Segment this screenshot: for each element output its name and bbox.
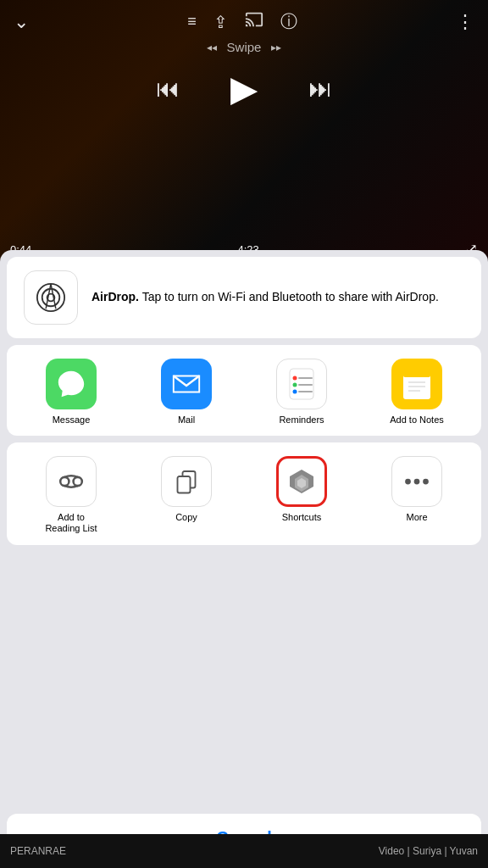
app-item-reminders[interactable]: Reminders [244,359,359,426]
action-shortcuts[interactable]: Shortcuts [244,456,359,523]
action-more[interactable]: More [359,456,474,523]
channel-meta: Video | Suriya | Yuvan [379,845,478,857]
mail-label: Mail [178,415,195,426]
svg-point-8 [293,390,297,394]
swipe-indicator: ◂◂ Swipe ▸▸ [0,40,488,54]
svg-rect-20 [178,476,191,493]
cast-icon[interactable] [245,10,263,33]
svg-point-6 [293,376,297,381]
airdrop-row[interactable]: AirDrop. Tap to turn on Wi-Fi and Blueto… [7,257,481,338]
copy-label: Copy [175,512,197,523]
apps-row: Message Mail [7,345,481,436]
reading-list-label: Add toReading List [45,512,97,534]
channel-name: PERANRAE [10,845,66,857]
play-icon[interactable]: ▶ [230,68,258,109]
app-item-message[interactable]: Message [14,359,129,426]
svg-rect-13 [403,369,430,377]
video-player: ⌄ ≡ ⇪ ⓘ ⋮ ◂◂ Swipe ▸▸ ⏮ ▶ ⏭ [0,0,488,271]
airdrop-icon [24,270,78,325]
mail-icon [161,359,212,409]
reading-list-icon [46,456,97,507]
share-sheet: AirDrop. Tap to turn on Wi-Fi and Blueto… [0,250,488,868]
svg-point-25 [414,479,420,485]
more-label: More [406,512,427,523]
svg-point-17 [60,477,69,486]
svg-point-7 [293,383,297,387]
top-bar: ⌄ ≡ ⇪ ⓘ ⋮ [0,0,488,40]
svg-point-0 [37,284,64,311]
reminders-icon [276,359,327,409]
info-icon[interactable]: ⓘ [280,10,297,33]
add-to-notes-label: Add to Notes [390,415,444,426]
more-icon [391,456,442,507]
share-icon[interactable]: ⇪ [214,12,228,32]
shortcuts-icon [276,456,327,507]
app-item-mail[interactable]: Mail [129,359,244,426]
svg-point-18 [74,477,82,486]
svg-point-1 [42,289,60,307]
action-copy[interactable]: Copy [129,456,244,523]
actions-row: Add toReading List Copy Shortcuts [7,442,481,544]
chevron-down-icon[interactable]: ⌄ [14,11,29,33]
player-controls: ⏮ ▶ ⏭ [0,68,488,109]
shortcuts-label: Shortcuts [282,512,321,523]
add-to-queue-icon[interactable]: ≡ [187,13,197,31]
airdrop-description: AirDrop. Tap to turn on Wi-Fi and Blueto… [92,289,439,306]
bottom-strip: PERANRAE Video | Suriya | Yuvan [0,834,488,868]
copy-icon [161,456,212,507]
action-add-to-reading-list[interactable]: Add toReading List [14,456,129,534]
app-item-add-to-notes[interactable]: Add to Notes [359,359,474,426]
overflow-icon[interactable]: ⋮ [456,11,474,33]
svg-point-26 [423,479,429,485]
skip-next-icon[interactable]: ⏭ [308,75,332,103]
message-label: Message [53,415,91,426]
svg-point-24 [405,479,411,485]
notes-icon [391,359,442,409]
skip-previous-icon[interactable]: ⏮ [156,75,180,103]
reminders-label: Reminders [279,415,324,426]
message-icon [46,359,97,409]
